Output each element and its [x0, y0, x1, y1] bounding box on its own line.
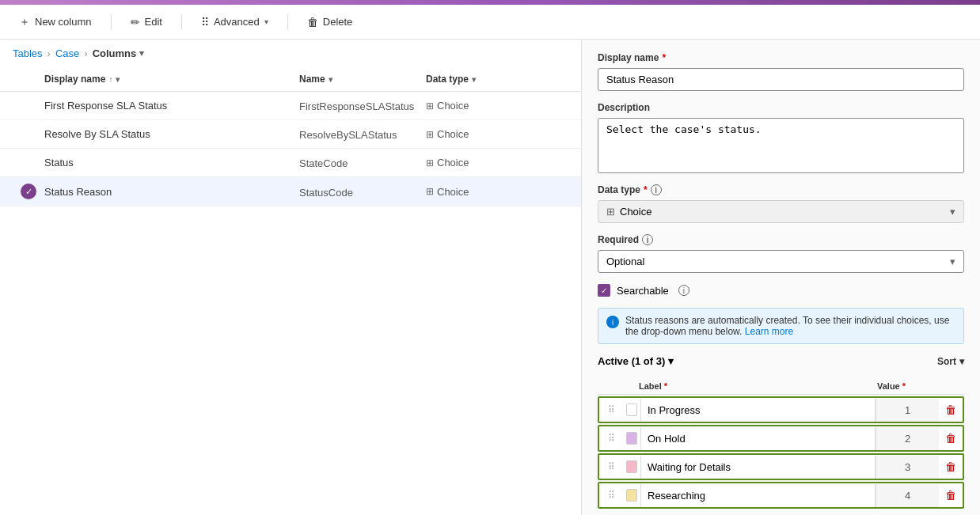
required-chevron-icon: ▾: [950, 256, 955, 267]
color-swatch-cell: [623, 489, 640, 502]
delete-choice-button[interactable]: 🗑: [939, 486, 963, 505]
required-info-icon[interactable]: i: [642, 234, 653, 245]
row-data-type-label: Choice: [437, 128, 469, 140]
new-column-label: New column: [35, 16, 92, 28]
row-data-type-label: Choice: [437, 100, 469, 112]
color-swatch[interactable]: [626, 403, 637, 416]
data-type-label: Data type * i: [598, 184, 964, 195]
color-col-header: [621, 381, 639, 391]
required-label-text: Required: [598, 234, 639, 245]
col-header-display-name-label: Display name: [44, 74, 105, 85]
choice-value: 2: [876, 427, 939, 450]
choice-type-icon: ⊞: [426, 186, 434, 197]
color-swatch[interactable]: [626, 432, 637, 445]
choices-rows: ⠿ 1 🗑 ⠿ 2 🗑 ⠿ 3 🗑 ⠿: [598, 395, 964, 510]
choice-row: ⠿ 3 🗑: [598, 453, 964, 480]
breadcrumb-chevron-icon[interactable]: ▾: [139, 48, 144, 59]
delete-button[interactable]: 🗑 Delete: [301, 13, 359, 32]
main-content: Tables › Case › Columns ▾ Display name ↑…: [0, 40, 980, 515]
table-row[interactable]: Status StateCode⋯ ⊞ Choice: [0, 149, 581, 177]
col-header-data-type[interactable]: Data type ▾: [426, 74, 537, 85]
info-banner-content: Status reasons are automatically created…: [625, 315, 955, 337]
col-header-data-type-label: Data type: [426, 74, 469, 85]
choice-value: 4: [876, 484, 939, 507]
header-spacer: [13, 74, 44, 85]
breadcrumb: Tables › Case › Columns ▾: [0, 40, 581, 67]
searchable-label: Searchable: [617, 285, 669, 297]
data-type-chevron-icon: ▾: [950, 206, 955, 218]
breadcrumb-sep1: ›: [47, 47, 51, 59]
searchable-checkbox[interactable]: ✓: [598, 284, 610, 297]
sort-chevron-icon: ▾: [959, 356, 964, 367]
choice-label-input[interactable]: [640, 456, 876, 479]
sort-asc-icon: ↑: [108, 75, 112, 84]
display-name-required: *: [662, 52, 666, 63]
sort-button[interactable]: Sort ▾: [937, 356, 964, 367]
row-data-type: ⊞ Choice: [426, 186, 537, 198]
required-label: Required i: [598, 234, 964, 245]
active-label-text: Active (1 of 3): [598, 355, 665, 367]
color-swatch[interactable]: [626, 460, 637, 473]
edit-label: Edit: [145, 16, 162, 28]
table-rows: First Response SLA Status FirstResponseS…: [0, 92, 581, 206]
data-type-info-icon[interactable]: i: [651, 184, 662, 195]
breadcrumb-columns: Columns ▾: [93, 47, 145, 59]
col-header-name[interactable]: Name ▾: [299, 74, 426, 85]
breadcrumb-tables[interactable]: Tables: [13, 47, 43, 59]
drag-handle[interactable]: ⠿: [599, 483, 623, 507]
data-type-required: *: [644, 184, 648, 195]
separator: [111, 14, 112, 30]
color-swatch[interactable]: [626, 489, 637, 502]
delete-col-header: [940, 381, 964, 391]
breadcrumb-case[interactable]: Case: [55, 47, 79, 59]
choice-type-icon: ⊞: [426, 100, 434, 112]
delete-label: Delete: [323, 16, 353, 28]
table-row[interactable]: Resolve By SLA Status ResolveBySLAStatus…: [0, 120, 581, 149]
table-row[interactable]: First Response SLA Status FirstResponseS…: [0, 92, 581, 120]
columns-table: Display name ↑ ▾ Name ▾ Data type ▾: [0, 67, 581, 515]
drag-handle[interactable]: ⠿: [599, 398, 623, 422]
info-banner-icon: i: [606, 316, 619, 328]
choice-label-input[interactable]: [640, 484, 876, 507]
sort-label: Sort: [937, 356, 956, 367]
learn-more-link[interactable]: Learn more: [745, 326, 793, 337]
choice-row: ⠿ 2 🗑: [598, 425, 964, 452]
value-header-text: Value: [877, 381, 900, 391]
searchable-info-icon[interactable]: i: [678, 285, 689, 296]
toolbar: ＋ New column ✏ Edit ⠿ Advanced ▾ 🗑 Delet…: [0, 5, 980, 40]
display-name-input[interactable]: [598, 68, 964, 91]
drag-handle[interactable]: ⠿: [599, 455, 623, 479]
advanced-label: Advanced: [214, 16, 260, 28]
active-chevron-icon: ▾: [668, 355, 674, 367]
label-header-text: Label: [639, 381, 662, 391]
active-label[interactable]: Active (1 of 3) ▾: [598, 355, 674, 367]
col-header-name-label: Name: [299, 74, 325, 85]
advanced-button[interactable]: ⠿ Advanced ▾: [195, 13, 275, 32]
delete-choice-button[interactable]: 🗑: [939, 429, 963, 448]
required-select[interactable]: Optional ▾: [598, 250, 964, 273]
check-icon: ✓: [601, 286, 607, 295]
table-row[interactable]: ✓ Status Reason StatusCode⋯ ⊞ Choice: [0, 177, 581, 206]
description-input[interactable]: Select the case's status.: [598, 118, 964, 173]
trash-icon: 🗑: [307, 16, 318, 28]
right-panel: Display name * Description Select the ca…: [582, 40, 980, 515]
drag-handle[interactable]: ⠿: [599, 426, 623, 450]
color-swatch-cell: [623, 460, 640, 473]
label-col-header: Label *: [639, 381, 877, 391]
choice-label-input[interactable]: [640, 399, 876, 422]
delete-choice-button[interactable]: 🗑: [939, 400, 963, 419]
edit-button[interactable]: ✏ Edit: [124, 13, 169, 32]
row-display-name: Status Reason: [44, 186, 299, 198]
new-column-button[interactable]: ＋ New column: [13, 12, 98, 32]
row-data-type: ⊞ Choice: [426, 100, 537, 112]
choice-label-input[interactable]: [640, 427, 876, 450]
active-section-header: Active (1 of 3) ▾ Sort ▾: [598, 355, 964, 367]
color-swatch-cell: [623, 403, 640, 416]
data-type-select[interactable]: ⊞ Choice ▾: [598, 200, 964, 223]
col-header-display-name[interactable]: Display name ↑ ▾: [44, 74, 299, 85]
table-header: Display name ↑ ▾ Name ▾ Data type ▾: [0, 67, 581, 92]
delete-choice-button[interactable]: 🗑: [939, 457, 963, 476]
breadcrumb-columns-label: Columns: [93, 47, 137, 59]
row-data-type-label: Choice: [437, 186, 469, 198]
left-panel: Tables › Case › Columns ▾ Display name ↑…: [0, 40, 582, 515]
